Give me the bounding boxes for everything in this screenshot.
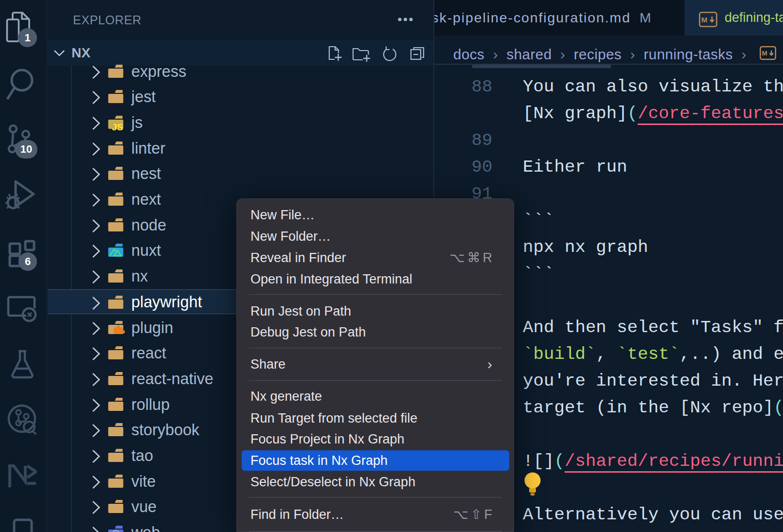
svg-text:M: M <box>701 16 708 24</box>
svg-text:M: M <box>762 50 767 57</box>
